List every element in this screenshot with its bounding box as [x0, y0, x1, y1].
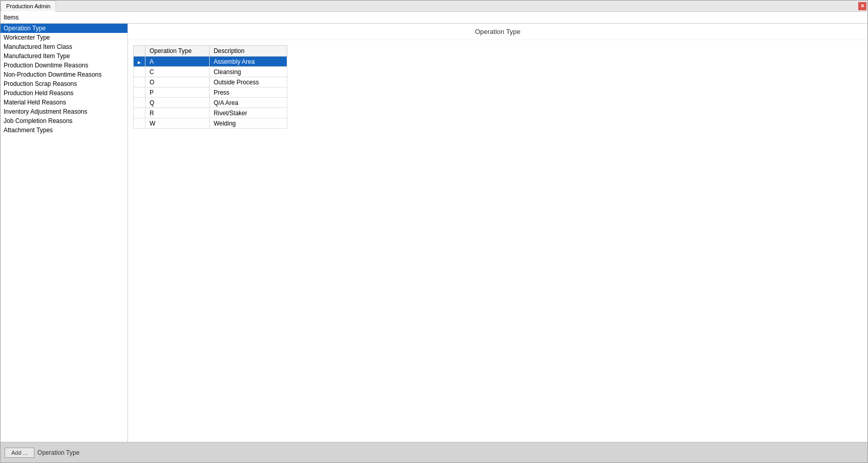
cell-operation-type: Q	[145, 98, 210, 108]
sidebar-item-inventory-adjustment-reasons[interactable]: Inventory Adjustment Reasons	[1, 107, 127, 116]
right-panel: Operation Type Operation Type Descriptio…	[128, 24, 867, 442]
grid-area: Operation Type Description AAssembly Are…	[128, 40, 867, 442]
footer-bar: Add ... Operation Type	[1, 442, 867, 462]
row-indicator	[134, 98, 145, 108]
items-section-label: Items	[1, 12, 867, 24]
cell-description: Press	[209, 87, 287, 98]
cell-operation-type: C	[145, 67, 210, 77]
cell-operation-type: W	[145, 118, 210, 129]
footer-entity-label: Operation Type	[38, 449, 80, 456]
table-header-row: Operation Type Description	[134, 46, 287, 57]
table-row[interactable]: AAssembly Area	[134, 57, 287, 67]
main-window: Production Admin ✕ Items Operation TypeW…	[0, 0, 868, 463]
row-indicator	[134, 108, 145, 118]
sidebar-item-workcenter-type[interactable]: Workcenter Type	[1, 33, 127, 42]
cell-description: Assembly Area	[209, 57, 287, 67]
panel-title: Operation Type	[128, 24, 867, 40]
sidebar-item-production-scrap-reasons[interactable]: Production Scrap Reasons	[1, 79, 127, 88]
table-row[interactable]: OOutside Process	[134, 77, 287, 87]
sidebar-item-job-completion-reasons[interactable]: Job Completion Reasons	[1, 116, 127, 126]
sidebar-item-non-production-downtime-reasons[interactable]: Non-Production Downtime Reasons	[1, 70, 127, 79]
sidebar-item-production-downtime-reasons[interactable]: Production Downtime Reasons	[1, 61, 127, 70]
operation-type-table: Operation Type Description AAssembly Are…	[133, 45, 287, 129]
sidebar-item-material-held-reasons[interactable]: Material Held Reasons	[1, 98, 127, 107]
title-tab[interactable]: Production Admin	[1, 1, 56, 12]
cell-description: Q/A Area	[209, 98, 287, 108]
table-row[interactable]: QQ/A Area	[134, 98, 287, 108]
sidebar-item-operation-type[interactable]: Operation Type	[1, 24, 127, 33]
content-area: Items Operation TypeWorkcenter TypeManuf…	[1, 12, 867, 442]
col-header-description: Description	[209, 46, 287, 57]
sidebar-item-manufactured-item-type[interactable]: Manufactured Item Type	[1, 51, 127, 61]
table-row[interactable]: WWelding	[134, 118, 287, 129]
table-row[interactable]: RRivet/Staker	[134, 108, 287, 118]
title-bar: Production Admin ✕	[1, 1, 867, 12]
row-indicator	[134, 77, 145, 87]
row-indicator	[134, 118, 145, 129]
table-row[interactable]: CCleansing	[134, 67, 287, 77]
row-indicator	[134, 87, 145, 98]
table-row[interactable]: PPress	[134, 87, 287, 98]
sidebar-item-production-held-reasons[interactable]: Production Held Reasons	[1, 88, 127, 98]
cell-operation-type: A	[145, 57, 210, 67]
cell-description: Rivet/Staker	[209, 108, 287, 118]
cell-description: Welding	[209, 118, 287, 129]
row-indicator	[134, 67, 145, 77]
sidebar-item-attachment-types[interactable]: Attachment Types	[1, 126, 127, 135]
sidebar: Operation TypeWorkcenter TypeManufacture…	[1, 24, 128, 442]
main-split: Operation TypeWorkcenter TypeManufacture…	[1, 24, 867, 442]
add-button[interactable]: Add ...	[5, 448, 34, 458]
cell-description: Outside Process	[209, 77, 287, 87]
cell-operation-type: R	[145, 108, 210, 118]
indicator-header	[134, 46, 145, 57]
cell-operation-type: O	[145, 77, 210, 87]
cell-description: Cleansing	[209, 67, 287, 77]
row-indicator	[134, 57, 145, 67]
close-button[interactable]: ✕	[858, 2, 866, 10]
col-header-operation-type: Operation Type	[145, 46, 210, 57]
sidebar-item-manufactured-item-class[interactable]: Manufactured Item Class	[1, 42, 127, 51]
cell-operation-type: P	[145, 87, 210, 98]
window-title: Production Admin	[6, 3, 50, 9]
